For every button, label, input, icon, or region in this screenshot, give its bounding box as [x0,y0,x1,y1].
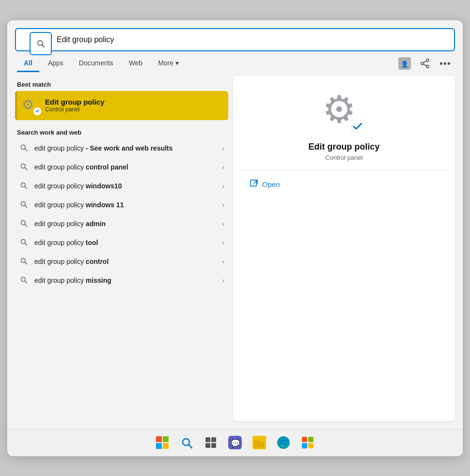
search-bar[interactable] [15,28,455,51]
right-app-name: Edit group policy [309,142,380,152]
tab-all[interactable]: All [17,55,39,72]
taskbar-search[interactable] [176,432,197,453]
svg-rect-46 [302,437,307,442]
suggestion-arrow-2: › [222,182,224,190]
suggestion-search-icon-2 [19,182,29,191]
svg-point-5 [421,62,424,65]
svg-point-6 [426,65,429,68]
svg-line-1 [42,45,44,47]
suggestion-arrow-6: › [222,258,224,265]
svg-rect-37 [205,443,210,448]
suggestion-2[interactable]: edit group policy windows10 › [15,177,228,196]
suggestion-search-icon-6 [19,257,29,266]
svg-rect-43 [254,440,259,443]
suggestion-6[interactable]: edit group policy control › [15,252,228,271]
svg-rect-35 [205,437,210,442]
right-app-icon: ⚙ [322,91,366,134]
suggestion-7[interactable]: edit group policy missing › [15,271,228,290]
svg-line-22 [25,262,27,264]
suggestion-arrow-3: › [222,201,224,209]
best-match-app-icon: ⚙ ✔ [22,97,39,114]
suggestion-text-7: edit group policy missing [34,276,216,284]
tab-apps[interactable]: Apps [41,55,70,72]
best-match-title: Edit group policy [45,98,105,106]
taskbar-store[interactable] [297,432,318,453]
suggestion-0[interactable]: edit group policy - See work and web res… [15,139,228,158]
suggestion-arrow-7: › [222,276,224,284]
suggestion-text-3: edit group policy windows 11 [34,201,216,209]
search-work-web-label: Search work and web [15,127,228,139]
svg-line-12 [25,168,27,169]
best-match-label: Best match [15,76,228,91]
suggestion-4[interactable]: edit group policy admin › [15,215,228,233]
svg-line-10 [25,149,27,151]
svg-rect-27 [251,180,257,186]
best-match-item[interactable]: ⚙ ✔ Edit group policy Control panel [15,91,228,120]
suggestion-text-0: edit group policy - See work and web res… [34,144,216,152]
open-link-icon [250,179,258,190]
right-checkmark-badge [349,118,366,134]
svg-line-24 [25,281,27,283]
taskbar-edge[interactable] [273,432,294,453]
taskbar-windows-start[interactable] [152,432,173,453]
suggestion-text-6: edit group policy control [34,258,216,265]
svg-rect-36 [211,437,216,442]
svg-rect-31 [156,443,162,449]
suggestion-1[interactable]: edit group policy control panel › [15,158,228,177]
svg-text:💬: 💬 [231,439,240,448]
suggestion-arrow-4: › [222,220,224,228]
suggestion-5[interactable]: edit group policy tool › [15,233,228,252]
tab-web[interactable]: Web [122,55,150,72]
left-panel: Best match ⚙ ✔ Edit group policy Control… [15,76,228,421]
suggestion-3[interactable]: edit group policy windows 11 › [15,196,228,215]
share-icon[interactable] [417,56,433,71]
svg-rect-49 [308,443,313,448]
right-app-sub: Control panel [325,154,362,161]
suggestion-search-icon-0 [19,144,29,153]
svg-line-34 [188,445,192,448]
best-match-subtitle: Control panel [45,106,105,113]
suggestion-text-5: edit group policy tool [34,239,216,246]
open-label: Open [262,180,280,188]
suggestion-search-icon-5 [19,238,29,247]
best-match-text: Edit group policy Control panel [45,98,105,113]
suggestion-text-4: edit group policy admin [34,220,216,228]
svg-rect-48 [302,443,307,448]
suggestion-arrow-5: › [222,239,224,246]
suggestion-text-1: edit group policy control panel [34,163,216,171]
svg-line-20 [25,243,27,245]
suggestion-arrow-1: › [222,163,224,171]
tab-documents[interactable]: Documents [72,55,120,72]
tabs-bar: All Apps Documents Web More ▾ 👤 [7,55,463,72]
svg-line-16 [25,205,27,207]
main-content: Best match ⚙ ✔ Edit group policy Control… [15,76,455,421]
svg-point-44 [277,436,290,449]
taskbar-file-explorer[interactable] [249,432,270,453]
right-panel: ⚙ Edit group policy Control panel [233,76,455,421]
svg-rect-47 [308,437,313,442]
svg-line-8 [423,64,426,66]
more-options-icon[interactable]: ••• [438,56,453,71]
taskbar-task-view[interactable] [200,432,221,453]
svg-rect-38 [211,443,216,448]
suggestion-search-icon-4 [19,219,29,229]
svg-line-7 [423,61,426,63]
svg-line-14 [25,186,27,188]
suggestion-search-icon-1 [19,163,29,172]
search-bar-icon [30,32,52,55]
suggestion-text-2: edit group policy windows10 [34,182,216,190]
avatar-icon[interactable]: 👤 [397,56,412,71]
search-input[interactable] [57,35,448,44]
suggestion-search-icon-3 [19,200,29,210]
svg-line-18 [25,224,27,226]
tab-more[interactable]: More ▾ [151,55,186,72]
gear-icon: ⚙ [22,97,34,113]
right-divider [243,170,445,170]
taskbar-teams[interactable]: 💬 [224,432,246,453]
suggestion-arrow-0: › [222,144,224,152]
svg-text:👤: 👤 [401,60,409,68]
suggestion-search-icon-7 [19,276,29,285]
open-button[interactable]: Open [250,179,280,190]
svg-rect-32 [163,443,169,449]
svg-rect-29 [156,436,162,442]
